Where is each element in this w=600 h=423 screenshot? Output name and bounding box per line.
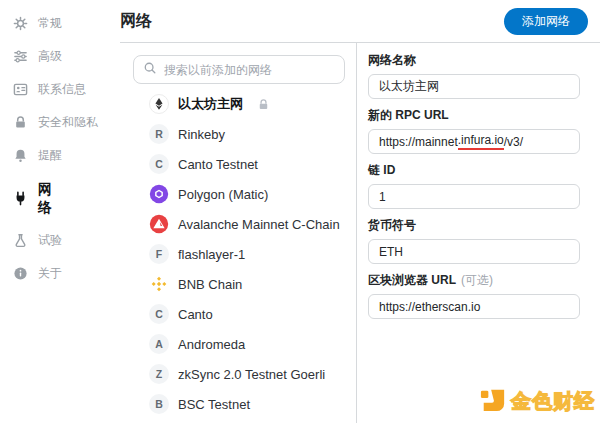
sliders-icon <box>13 49 28 64</box>
page-title: 网络 <box>120 11 152 32</box>
network-name: BNB Chain <box>178 277 242 292</box>
network-name-input[interactable] <box>368 74 580 99</box>
field-block-explorer: 区块浏览器 URL(可选) <box>368 272 580 319</box>
sidebar-item-label: 网络 <box>38 180 54 216</box>
letter-avatar: R <box>149 124 169 144</box>
network-list: 以太坊主网RRinkebyCCanto TestnetPolygon (Mati… <box>133 89 345 419</box>
letter-avatar: C <box>149 304 169 324</box>
sidebar-item-label: 提醒 <box>38 147 62 164</box>
letter-avatar: C <box>149 154 169 174</box>
network-name: Canto Testnet <box>178 157 258 172</box>
sidebar-item-networks[interactable]: 网络 <box>0 172 112 224</box>
network-form: 网络名称 新的 RPC URL https://mainnet.infura.i… <box>368 52 580 327</box>
bnb-icon <box>149 274 169 294</box>
network-list-item[interactable]: Avalanche Mainnet C-Chain <box>133 209 345 239</box>
sidebar-item-label: 试验 <box>38 232 62 249</box>
sidebar-item-advanced[interactable]: 高级 <box>0 40 112 73</box>
network-search-box[interactable] <box>133 55 345 84</box>
watermark: 金色财经 <box>480 386 595 416</box>
chain-id-input[interactable] <box>368 184 580 209</box>
network-name: flashlayer-1 <box>178 247 245 262</box>
gear-icon <box>13 16 28 31</box>
sidebar-item-alerts[interactable]: 提醒 <box>0 139 112 172</box>
network-list-item[interactable]: BBSC Testnet <box>133 389 345 419</box>
network-list-item[interactable]: CCanto Testnet <box>133 149 345 179</box>
network-name-label: 网络名称 <box>368 52 580 69</box>
network-name: BSC Testnet <box>178 397 250 412</box>
sidebar-item-contacts[interactable]: 联系信息 <box>0 73 112 106</box>
letter-avatar: Z <box>149 364 169 384</box>
flask-icon <box>13 233 28 248</box>
field-currency-symbol: 货币符号 <box>368 217 580 264</box>
currency-symbol-input[interactable] <box>368 239 580 264</box>
contact-icon <box>13 82 28 97</box>
field-chain-id: 链 ID <box>368 162 580 209</box>
search-icon <box>143 61 157 79</box>
golden-finance-logo-icon <box>480 386 506 416</box>
network-list-item[interactable]: BNB Chain <box>133 269 345 299</box>
network-list-item[interactable]: 以太坊主网 <box>133 89 345 119</box>
polygon-icon <box>149 184 169 204</box>
block-explorer-input[interactable] <box>368 294 580 319</box>
info-icon <box>13 266 28 281</box>
letter-avatar: F <box>149 244 169 264</box>
avalanche-icon <box>149 214 169 234</box>
network-name: Andromeda <box>178 337 245 352</box>
letter-avatar: A <box>149 334 169 354</box>
field-network-name: 网络名称 <box>368 52 580 99</box>
sidebar-item-label: 关于 <box>38 265 62 282</box>
network-list-panel: 以太坊主网RRinkebyCCanto TestnetPolygon (Mati… <box>133 55 345 419</box>
rpc-url-text-before: https://mainnet <box>379 135 458 149</box>
sidebar-item-experimental[interactable]: 试验 <box>0 224 112 257</box>
sidebar-item-label: 联系信息 <box>38 81 86 98</box>
rpc-url-input[interactable]: https://mainnet.infura.io/v3/ <box>368 129 580 154</box>
locked-icon <box>257 98 270 111</box>
add-network-button[interactable]: 添加网络 <box>504 8 588 35</box>
field-rpc-url: 新的 RPC URL https://mainnet.infura.io/v3/ <box>368 107 580 154</box>
sidebar-item-security[interactable]: 安全和隐私 <box>0 106 112 139</box>
ethereum-icon <box>149 94 169 114</box>
block-explorer-label: 区块浏览器 URL(可选) <box>368 272 580 289</box>
network-list-item[interactable]: Polygon (Matic) <box>133 179 345 209</box>
network-name: Polygon (Matic) <box>178 187 268 202</box>
network-list-item[interactable]: AAndromeda <box>133 329 345 359</box>
shield-lock-icon <box>13 115 28 130</box>
network-list-item[interactable]: RRinkeby <box>133 119 345 149</box>
sidebar-item-label: 高级 <box>38 48 62 65</box>
bell-icon <box>13 148 28 163</box>
watermark-text: 金色财经 <box>511 388 595 415</box>
panel-divider <box>356 43 357 423</box>
optional-hint: (可选) <box>461 273 493 287</box>
sidebar-item-general[interactable]: 常规 <box>0 7 112 40</box>
sidebar-item-label: 安全和隐私 <box>38 114 98 131</box>
currency-symbol-label: 货币符号 <box>368 217 580 234</box>
network-list-item[interactable]: CCanto <box>133 299 345 329</box>
letter-avatar: B <box>149 394 169 414</box>
rpc-url-underlined-text: .infura.io <box>458 133 504 150</box>
network-name: Canto <box>178 307 213 322</box>
rpc-url-text-after: /v3/ <box>504 135 523 149</box>
settings-sidebar: 常规高级联系信息安全和隐私提醒网络试验关于 <box>0 0 112 290</box>
rpc-url-label: 新的 RPC URL <box>368 107 580 124</box>
network-name: Avalanche Mainnet C-Chain <box>178 217 340 232</box>
network-name: Rinkeby <box>178 127 225 142</box>
network-name: 以太坊主网 <box>178 95 243 113</box>
plug-icon <box>13 191 28 206</box>
network-name: zkSync 2.0 Testnet Goerli <box>178 367 325 382</box>
search-input[interactable] <box>164 63 335 77</box>
header-divider <box>120 42 600 43</box>
network-list-item[interactable]: ZzkSync 2.0 Testnet Goerli <box>133 359 345 389</box>
sidebar-item-about[interactable]: 关于 <box>0 257 112 290</box>
chain-id-label: 链 ID <box>368 162 580 179</box>
network-list-item[interactable]: Fflashlayer-1 <box>133 239 345 269</box>
sidebar-item-label: 常规 <box>38 15 62 32</box>
